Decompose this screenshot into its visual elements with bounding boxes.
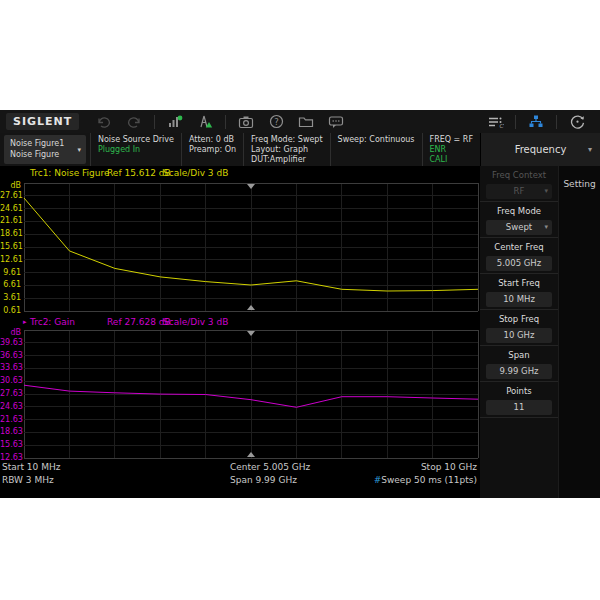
toolbar: SIGLENT ? xyxy=(0,110,600,133)
sweep-readout: #Sweep 50 ms (11pts) xyxy=(374,475,477,485)
y-axis-tick: 6.61 xyxy=(0,280,21,290)
y-axis-tick: 21.61 xyxy=(0,216,21,226)
sidebar-controls: Freq ContextRF▾Freq ModeSwept▾Center Fre… xyxy=(480,166,558,498)
toolbar-separator xyxy=(515,115,516,129)
control-group-span: Span9.99 GHz xyxy=(480,346,558,382)
settings-bar: Noise Figure1 Noise Figure ▾ Noise Sourc… xyxy=(0,133,600,166)
sequence-list-icon[interactable]: CT xyxy=(483,113,507,131)
control-group-freq-mode: Freq ModeSwept▾ xyxy=(480,202,558,238)
y-axis-tick: 30.63 xyxy=(0,376,21,386)
camera-icon[interactable] xyxy=(234,113,258,131)
settings-column: FREQ = RFENRCALI xyxy=(422,133,480,166)
y-axis-tick: 3.61 xyxy=(0,293,21,303)
center-freq-readout: Center 5.005 GHz xyxy=(230,462,310,472)
settings-column: Atten: 0 dBPreamp: On xyxy=(181,133,243,166)
control-group-center-freq: Center Freq5.005 GHz xyxy=(480,238,558,274)
toolbar-separator xyxy=(154,115,155,129)
control-label: Span xyxy=(480,349,558,361)
sweep-text: Sweep 50 ms (11pts) xyxy=(381,475,477,485)
settings-line: FREQ = RF xyxy=(430,135,473,145)
control-group-freq-context: Freq ContextRF▾ xyxy=(480,166,558,202)
noise-figure-plot: dB27.6124.6121.6118.6115.6112.619.616.61… xyxy=(0,183,480,312)
network-icon[interactable] xyxy=(524,113,548,131)
calibration-icon[interactable] xyxy=(193,113,217,131)
trace1-ref: Ref 15.612 dB xyxy=(107,168,171,178)
graph-area: Trc1: Noise Figure Ref 15.612 dB Scale/D… xyxy=(0,166,480,498)
trace1-title: Trc1: Noise Figure xyxy=(30,168,110,178)
settings-column: Sweep: Continuous xyxy=(330,133,422,166)
control-label: Stop Freq xyxy=(480,313,558,325)
instrument-screen: SIGLENT ? xyxy=(0,110,600,498)
control-label: Freq Context xyxy=(480,169,558,181)
plot-canvas xyxy=(0,183,480,312)
control-label: Points xyxy=(480,385,558,397)
center-marker-top xyxy=(247,331,255,336)
y-axis-tick: 24.63 xyxy=(0,402,21,412)
y-axis-tick: 24.61 xyxy=(0,204,21,214)
y-axis-tick: 39.63 xyxy=(0,338,21,348)
y-axis-unit: dB xyxy=(0,181,21,191)
control-value[interactable]: Swept▾ xyxy=(486,220,552,235)
y-axis-tick: 15.63 xyxy=(0,440,21,450)
y-axis-tick: 9.61 xyxy=(0,268,21,278)
measure-select-dropdown[interactable]: Noise Figure1 Noise Figure ▾ xyxy=(4,135,86,164)
svg-text:?: ? xyxy=(274,117,279,127)
trace2-title: Trc2: Gain xyxy=(30,317,75,327)
help-icon[interactable]: ? xyxy=(264,113,288,131)
control-value[interactable]: 11 xyxy=(486,400,552,415)
chevron-down-icon: ▾ xyxy=(77,145,81,156)
toolbar-right-group: CT xyxy=(480,113,592,131)
settings-line: CALI xyxy=(430,155,473,165)
control-group-stop-freq: Stop Freq10 GHz xyxy=(480,310,558,346)
center-marker-top xyxy=(247,184,255,189)
y-axis-tick: 15.61 xyxy=(0,242,21,252)
settings-line: Noise Source Drive xyxy=(98,135,174,145)
control-value[interactable]: 10 GHz xyxy=(486,328,552,343)
trace1-header[interactable]: Trc1: Noise Figure Ref 15.612 dB Scale/D… xyxy=(0,168,480,181)
svg-text:CT: CT xyxy=(499,122,504,128)
folder-icon[interactable] xyxy=(294,113,318,131)
screenshot-canvas: SIGLENT ? xyxy=(0,0,600,600)
y-axis-tick: 0.61 xyxy=(0,306,21,316)
control-value: RF▾ xyxy=(486,184,552,199)
settings-left: Noise Figure1 Noise Figure ▾ Noise Sourc… xyxy=(0,133,480,166)
control-value[interactable]: 10 MHz xyxy=(486,292,552,307)
settings-column: Noise Source DrivePlugged In xyxy=(90,133,181,166)
y-axis-tick: 12.61 xyxy=(0,255,21,265)
span-readout: Span 9.99 GHz xyxy=(230,475,297,485)
main-area: Trc1: Noise Figure Ref 15.612 dB Scale/D… xyxy=(0,166,600,498)
chevron-down-icon: ▾ xyxy=(588,145,592,154)
y-axis-tick: 36.63 xyxy=(0,351,21,361)
measure-select-line1: Noise Figure1 xyxy=(10,138,72,149)
chevron-down-icon: ▾ xyxy=(544,184,548,199)
settings-line: ENR xyxy=(430,145,473,155)
settings-line: Sweep: Continuous xyxy=(338,135,415,145)
status-row-2: RBW 3 MHz Span 9.99 GHz #Sweep 50 ms (11… xyxy=(0,475,480,488)
gain-plot: dB39.6336.6333.6330.6327.6324.6321.6318.… xyxy=(0,330,480,459)
trace2-header[interactable]: ▸ Trc2: Gain Ref 27.628 dB Scale/Div 3 d… xyxy=(0,317,480,330)
status-bar: Start 10 MHz Center 5.005 GHz Stop 10 GH… xyxy=(0,462,480,489)
control-value[interactable]: 5.005 GHz xyxy=(486,256,552,271)
sidebar-menu-header[interactable]: Frequency ▾ xyxy=(480,133,600,166)
tab-setting[interactable]: Setting xyxy=(559,166,600,202)
y-axis-tick: 33.63 xyxy=(0,363,21,373)
message-icon[interactable] xyxy=(324,113,348,131)
toolbar-separator xyxy=(225,115,226,129)
sidebar: Freq ContextRF▾Freq ModeSwept▾Center Fre… xyxy=(480,166,600,498)
settings-line: Plugged In xyxy=(98,145,174,155)
history-icon[interactable] xyxy=(565,113,589,131)
settings-column: Freq Mode: SweptLayout: GraphDUT:Amplifi… xyxy=(243,133,329,166)
center-marker-bottom xyxy=(247,305,255,310)
stop-freq-readout: Stop 10 GHz xyxy=(421,462,477,472)
rbw-readout: RBW 3 MHz xyxy=(2,475,54,485)
y-axis-unit: dB xyxy=(0,328,21,338)
undo-icon[interactable] xyxy=(92,113,116,131)
control-value[interactable]: 9.99 GHz xyxy=(486,364,552,379)
plot-canvas xyxy=(0,330,480,459)
settings-columns: Noise Source DrivePlugged InAtten: 0 dBP… xyxy=(90,133,480,166)
noise-source-drive-icon[interactable] xyxy=(163,113,187,131)
toolbar-separator xyxy=(556,115,557,129)
y-axis-tick: 27.61 xyxy=(0,191,21,201)
redo-icon[interactable] xyxy=(122,113,146,131)
trace2-scale: Scale/Div 3 dB xyxy=(163,317,228,327)
